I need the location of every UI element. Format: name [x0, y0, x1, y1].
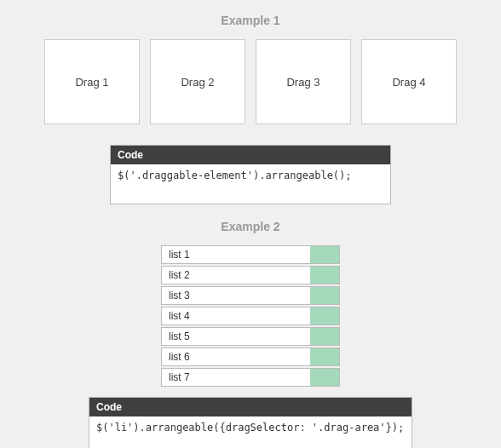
drag-handle[interactable] [310, 246, 339, 263]
list-item[interactable]: list 7 [161, 368, 340, 387]
code-header: Code [89, 398, 412, 416]
code-body: $('li').arrangeable({dragSelector: '.dra… [89, 416, 412, 448]
example1-title: Example 1 [0, 14, 501, 27]
list-item-label: list 5 [162, 328, 310, 345]
drag-handle[interactable] [310, 348, 339, 365]
list-item[interactable]: list 6 [161, 347, 340, 366]
list-item[interactable]: list 2 [161, 266, 340, 284]
example2-title: Example 2 [0, 220, 501, 233]
list-item-label: list 7 [162, 369, 310, 386]
draggable-element[interactable]: Drag 1 [44, 39, 140, 124]
drag-handle[interactable] [310, 307, 339, 325]
list-item[interactable]: list 5 [161, 327, 340, 346]
draggable-row: Drag 1 Drag 2 Drag 3 Drag 4 [0, 39, 501, 124]
drag-handle[interactable] [310, 328, 339, 345]
code-block-2: Code $('li').arrangeable({dragSelector: … [89, 397, 412, 448]
list-item-label: list 4 [162, 307, 310, 325]
code-header: Code [111, 146, 390, 164]
drag-handle[interactable] [310, 267, 339, 284]
draggable-element[interactable]: Drag 4 [361, 39, 457, 124]
drag-handle[interactable] [310, 287, 339, 304]
list-item[interactable]: list 3 [161, 286, 340, 305]
drag-handle[interactable] [310, 369, 339, 386]
draggable-element[interactable]: Drag 2 [150, 39, 245, 124]
code-block-1: Code $('.draggable-element').arrangeable… [110, 145, 391, 204]
list-item-label: list 1 [162, 246, 310, 263]
list-item-label: list 3 [162, 287, 310, 304]
code-body: $('.draggable-element').arrangeable(); [111, 164, 390, 204]
list-item[interactable]: list 1 [161, 245, 340, 264]
list-item[interactable]: list 4 [161, 307, 340, 325]
list-item-label: list 6 [162, 348, 310, 365]
draggable-element[interactable]: Drag 3 [256, 39, 351, 124]
list-item-label: list 2 [162, 267, 310, 284]
sortable-list: list 1 list 2 list 3 list 4 list 5 list … [161, 245, 340, 387]
